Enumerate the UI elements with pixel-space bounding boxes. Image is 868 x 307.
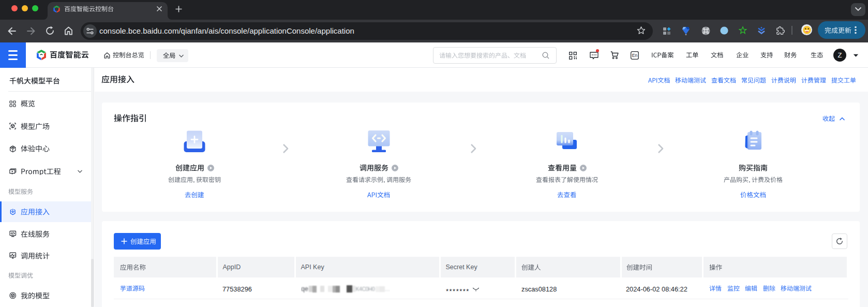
svg-text:En: En [632, 53, 638, 58]
